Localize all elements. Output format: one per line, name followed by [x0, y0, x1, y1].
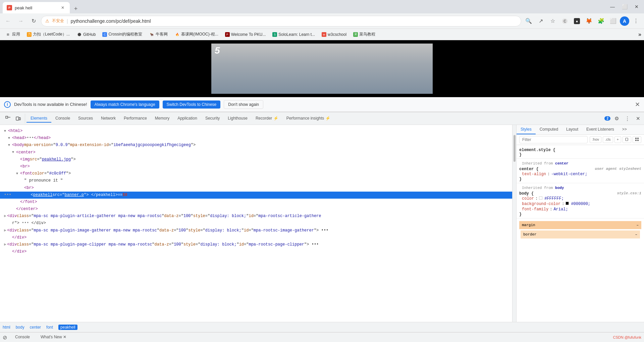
html-line-center-close[interactable]: </center>: [0, 206, 512, 213]
bookmark-niuke[interactable]: 🐂 牛客网: [146, 30, 170, 39]
url-bar[interactable]: ⚠ 不安全 | pythonchallenge.com/pc/def/peak.…: [41, 16, 521, 26]
html-line-html[interactable]: <html>: [0, 128, 512, 135]
html-line-font-close[interactable]: </font>: [0, 199, 512, 206]
triangle-body[interactable]: [8, 143, 12, 148]
styles-tab-event-listeners[interactable]: Event Listeners: [582, 125, 618, 134]
extensions-icon[interactable]: 🧩: [596, 16, 606, 26]
bookmark-w3c[interactable]: w w3cschool: [319, 31, 349, 38]
profile-avatar[interactable]: A: [620, 16, 629, 26]
cls-filter-button[interactable]: .cls: [603, 136, 613, 143]
extension2-icon[interactable]: ■: [572, 16, 582, 26]
html-line-br1[interactable]: <br>: [0, 163, 512, 170]
breadcrumb-body[interactable]: body: [16, 325, 24, 330]
close-button[interactable]: ✕: [632, 2, 641, 11]
device-toolbar-icon[interactable]: [13, 114, 23, 123]
html-line-body[interactable]: <body mpa-version="9.0.9" mpa-extension-…: [0, 142, 512, 149]
bookmark-runoob[interactable]: 菜 菜鸟教程: [351, 30, 378, 39]
extension3-icon[interactable]: 🦊: [584, 16, 594, 26]
html-line-peakhell[interactable]: ••• < peakhell src=" banner.p "> </peakh…: [0, 192, 512, 199]
breadcrumb-peakhell[interactable]: peakhell: [58, 325, 77, 330]
triangle-html[interactable]: [4, 129, 8, 134]
bookmark-apps[interactable]: ⊞ 应用: [3, 30, 23, 39]
inspect-element-icon[interactable]: [3, 114, 13, 123]
tab-application[interactable]: Application: [173, 115, 201, 123]
breadcrumb-html[interactable]: html: [3, 325, 10, 330]
tab-sources[interactable]: Sources: [74, 115, 97, 123]
settings-icon[interactable]: ⚙: [612, 114, 621, 123]
html-line-head[interactable]: <head> ••• </head>: [0, 135, 512, 142]
devtools-tabs: Elements Console Sources Network Perform…: [0, 112, 644, 125]
notification-close-button[interactable]: ✕: [635, 101, 640, 108]
forward-button[interactable]: →: [15, 16, 26, 26]
html-line-font[interactable]: <font color="#c0c0ff">: [0, 170, 512, 177]
tab-performance[interactable]: Performance: [120, 115, 151, 123]
styles-filter-input[interactable]: [519, 136, 588, 143]
tab-security[interactable]: Security: [201, 115, 224, 123]
bookmark-sololearn[interactable]: S SoloLearn: Learn t...: [270, 31, 318, 38]
copy-style-button[interactable]: [623, 136, 631, 143]
menu-icon[interactable]: ⋮: [631, 16, 641, 26]
html-line-div2[interactable]: ▶ <div class="mpa-sc mpa-plugin-image-ga…: [0, 227, 512, 234]
more-options-icon[interactable]: ⋮: [623, 114, 632, 123]
devtools-badge: 2: [604, 116, 610, 121]
extension1-icon[interactable]: C: [559, 16, 570, 26]
html-line-center[interactable]: <center>: [0, 149, 512, 156]
bookmark-icon[interactable]: ☆: [547, 16, 558, 26]
breadcrumb-center[interactable]: center: [30, 325, 41, 330]
add-style-button[interactable]: +: [614, 136, 621, 143]
html-line-pronounce[interactable]: " pronounce it ": [0, 177, 512, 184]
tab-console[interactable]: Console: [51, 115, 74, 123]
hov-filter-button[interactable]: :hov: [590, 136, 601, 143]
tab-network[interactable]: Network: [97, 115, 120, 123]
always-match-button[interactable]: Always match Chrome's language: [91, 100, 159, 109]
triangle-head[interactable]: [8, 136, 12, 141]
elements-scrollbar[interactable]: [513, 125, 517, 322]
whats-new-tab[interactable]: What's New ✕: [38, 333, 69, 341]
bookmarks-more-button[interactable]: »: [638, 31, 641, 38]
html-line-img[interactable]: <img src="peakhell.jpg">: [0, 156, 512, 163]
tab-memory[interactable]: Memory: [151, 115, 173, 123]
console-toggle-icon[interactable]: ⊘: [3, 334, 7, 341]
triangle-center[interactable]: [12, 150, 16, 155]
bookmark-mooc[interactable]: 🔥 慕课网(IMOOC)-程...: [172, 30, 221, 39]
console-tab[interactable]: Console: [12, 333, 33, 341]
tab-elements[interactable]: Elements: [26, 115, 51, 123]
styles-tab-more[interactable]: >>: [618, 125, 631, 134]
reload-button[interactable]: ↻: [28, 16, 39, 26]
minimize-button[interactable]: —: [608, 2, 617, 11]
html-line-br2[interactable]: <br>: [0, 185, 512, 192]
html-line-div3[interactable]: ▶ <div class="mpa-sc mpa-plugin-page-cli…: [0, 241, 512, 248]
browser-tab[interactable]: P peak hell ✕: [3, 2, 70, 13]
elements-panel[interactable]: <html> <head> ••• </head> <body: [0, 125, 513, 322]
back-button[interactable]: ←: [3, 16, 13, 26]
tab-recorder[interactable]: Recorder ⚡: [252, 115, 282, 123]
new-tab-button[interactable]: +: [71, 4, 80, 13]
switch-chinese-button[interactable]: Switch DevTools to Chinese: [163, 100, 221, 109]
html-line-div1b[interactable]: r"> ••• </div>: [0, 220, 512, 227]
search-icon[interactable]: 🔍: [523, 16, 534, 26]
tab-lighthouse[interactable]: Lighthouse: [224, 115, 252, 123]
html-line-div3b[interactable]: </div>: [0, 248, 512, 255]
tab-performance-insights[interactable]: Performance insights ⚡: [282, 115, 334, 123]
bookmark-github[interactable]: ⚫ GitHub: [74, 30, 98, 39]
breadcrumb-font[interactable]: font: [46, 325, 53, 330]
bookmark-crossin[interactable]: C Crossin的编程教室: [100, 30, 145, 39]
bookmark-pku[interactable]: P Welcome To PKU...: [222, 31, 269, 38]
sidebar-toggle-icon[interactable]: ⬜: [608, 16, 619, 26]
share-icon[interactable]: ↗: [535, 16, 546, 26]
inherited-body-from: body: [555, 186, 564, 190]
grid-view-button[interactable]: [633, 136, 641, 143]
bookmark-leetcode[interactable]: 力 力扣（LeetCode）...: [24, 30, 72, 39]
center-text-align-prop: text-align : -webkit-center;: [519, 172, 641, 177]
styles-tab-computed[interactable]: Computed: [536, 125, 562, 134]
dont-show-again-button[interactable]: Don't show again: [224, 100, 263, 109]
elements-scroll-thumb[interactable]: [514, 135, 516, 162]
maximize-button[interactable]: ⬜: [620, 2, 629, 11]
html-line-div2b[interactable]: </div>: [0, 234, 512, 241]
triangle-font[interactable]: [16, 171, 20, 177]
tab-close-button[interactable]: ✕: [60, 5, 66, 11]
close-devtools-icon[interactable]: ✕: [633, 114, 643, 123]
styles-tab-styles[interactable]: Styles: [517, 125, 536, 134]
styles-tab-layout[interactable]: Layout: [562, 125, 582, 134]
html-line-div1[interactable]: ▶ <div class="mpa-sc mpa-plugin-article-…: [0, 213, 512, 220]
